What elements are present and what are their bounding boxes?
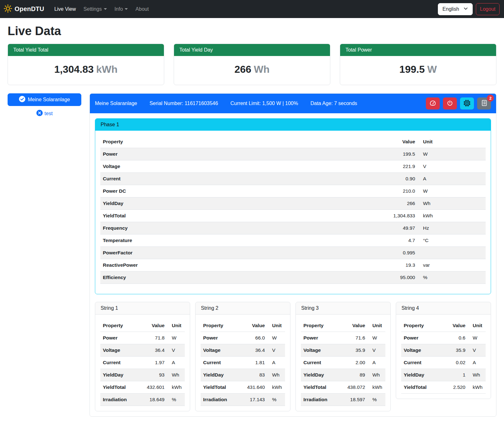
table-row: Frequency49.97Hz	[100, 222, 486, 234]
event-log-button[interactable]: 2	[477, 97, 491, 109]
table-row: Power199.5W	[100, 148, 486, 160]
inverter-limit: Current Limit: 1,500 W | 100%	[230, 101, 298, 106]
x-circle-icon	[36, 110, 43, 117]
inverter-selector-active[interactable]: Meine Solaranlage	[8, 93, 81, 106]
limit-settings-button[interactable]	[426, 97, 440, 109]
row-value: 35.9	[339, 344, 368, 357]
nav-item-info[interactable]: Info	[112, 4, 131, 15]
row-value: 438.072	[339, 381, 368, 394]
row-value: 36.4	[239, 344, 267, 357]
table-row: Power71.8W	[100, 332, 185, 344]
inverter-sidebar: Meine Solaranlage test	[8, 93, 81, 117]
table-row: Power DC210.0W	[100, 185, 486, 197]
phase-card: Phase 1 Property Value Unit Power199.5WV…	[95, 118, 491, 294]
table-row: YieldDay266Wh	[100, 197, 486, 210]
row-property: YieldDay	[401, 369, 439, 381]
row-property: ReactivePower	[100, 259, 376, 271]
column-header-unit: Unit	[267, 320, 285, 332]
nav-item-live-view[interactable]: Live View	[52, 4, 78, 15]
row-unit: %	[267, 394, 285, 406]
row-property: Voltage	[201, 344, 239, 357]
string-4-table: Property Value Unit Power0.6WVoltage35.9…	[401, 320, 486, 394]
power-button[interactable]	[443, 97, 457, 109]
row-unit: A	[267, 357, 285, 369]
table-row: YieldTotal2.520kWh	[401, 381, 486, 394]
inverter-name: Meine Solaranlage	[95, 101, 137, 106]
language-select[interactable]: English	[438, 3, 473, 15]
row-property: YieldTotal	[401, 381, 439, 394]
nav-item-settings[interactable]: Settings	[81, 4, 109, 15]
string-card-title: String 2	[196, 302, 290, 315]
inverter-selector-label: Meine Solaranlage	[28, 97, 70, 103]
column-header-unit: Unit	[167, 320, 185, 332]
summary-cards-row: Total Yield Total 1,304.83kWh Total Yiel…	[8, 44, 496, 85]
page-container: Live Data Total Yield Total 1,304.83kWh …	[0, 18, 504, 420]
summary-unit: Wh	[254, 64, 270, 75]
row-value: 199.5	[376, 148, 418, 160]
row-property: Current	[201, 357, 239, 369]
row-value: 66.0	[239, 332, 267, 344]
row-unit: W	[418, 148, 486, 160]
table-header-row: Property Value Unit	[401, 320, 486, 332]
row-unit	[418, 247, 486, 259]
row-value: 1	[439, 369, 468, 381]
table-row: YieldTotal432.601kWh	[100, 381, 185, 394]
nav-links: Live View Settings Info About	[52, 4, 152, 15]
row-value: 93	[139, 369, 167, 381]
summary-card-total-yield-total: Total Yield Total 1,304.83kWh	[8, 44, 164, 85]
column-header-value: Value	[139, 320, 167, 332]
table-row: Power0.6W	[401, 332, 486, 344]
string-card-body: Property Value Unit Power0.6WVoltage35.9…	[396, 315, 491, 394]
table-row: ReactivePower19.3var	[100, 259, 486, 271]
table-row: Current0.02A	[401, 357, 486, 369]
row-property: Power	[201, 332, 239, 344]
logout-button[interactable]: Logout	[476, 3, 500, 15]
row-value: 19.3	[376, 259, 418, 271]
column-header-unit: Unit	[368, 320, 385, 332]
nav-item-about[interactable]: About	[133, 4, 151, 15]
row-unit: Wh	[418, 197, 486, 210]
table-row: Voltage36.4V	[100, 344, 185, 357]
table-row: Power71.6W	[301, 332, 385, 344]
row-value: 1,304.833	[376, 210, 418, 222]
row-property: Current	[401, 357, 439, 369]
column-header-value: Value	[439, 320, 468, 332]
brand[interactable]: OpenDTU	[4, 4, 44, 14]
row-value: 4.7	[376, 234, 418, 247]
row-unit: %	[368, 394, 385, 406]
strings-row: String 1 Property Value Unit	[95, 302, 491, 411]
chevron-down-icon	[464, 6, 468, 12]
table-row: Voltage36.4V	[201, 344, 285, 357]
language-value: English	[443, 6, 459, 12]
row-value: 221.9	[376, 160, 418, 173]
content-row: Meine Solaranlage test Meine Solaranlage…	[8, 93, 496, 417]
row-value: 18.649	[139, 394, 167, 406]
table-row: Power66.0W	[201, 332, 285, 344]
row-value: 36.4	[139, 344, 167, 357]
row-value: 18.597	[339, 394, 368, 406]
string-card-body: Property Value Unit Power71.6WVoltage35.…	[296, 315, 390, 406]
row-unit: A	[167, 357, 185, 369]
summary-card-title: Total Yield Total	[8, 44, 164, 56]
table-row: Current0.90A	[100, 173, 486, 185]
row-property: Irradiation	[201, 394, 239, 406]
inverter-selector-test[interactable]: test	[8, 110, 81, 117]
column-header-value: Value	[339, 320, 368, 332]
row-property: Current	[301, 357, 339, 369]
summary-value: 1,304.83	[54, 64, 94, 75]
column-header-property: Property	[401, 320, 439, 332]
string-card-title: String 3	[296, 302, 390, 315]
row-property: Temperature	[100, 234, 376, 247]
summary-card-body: 199.5W	[340, 56, 496, 85]
row-property: YieldTotal	[201, 381, 239, 394]
row-value: 83	[239, 369, 267, 381]
string-2-table: Property Value Unit Power66.0WVoltage36.…	[201, 320, 285, 406]
row-property: Irradiation	[100, 394, 139, 406]
table-row: YieldDay1Wh	[401, 369, 486, 381]
inverter-panel-header: Meine Solaranlage Serial Number: 1161716…	[90, 94, 496, 113]
row-value: 266	[376, 197, 418, 210]
device-info-button[interactable]	[460, 97, 474, 109]
summary-unit: W	[427, 64, 437, 75]
string-3-table: Property Value Unit Power71.6WVoltage35.…	[301, 320, 385, 406]
row-unit: kWh	[167, 381, 185, 394]
